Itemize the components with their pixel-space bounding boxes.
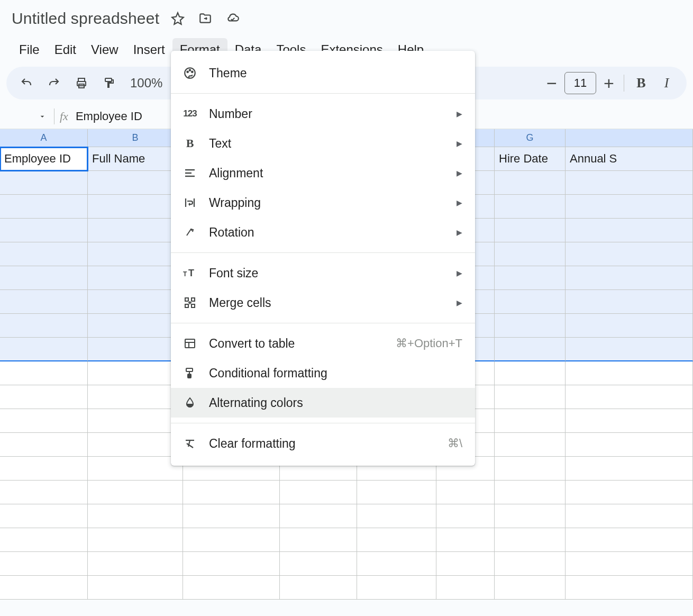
cell[interactable] bbox=[88, 361, 183, 385]
cell[interactable] bbox=[495, 266, 566, 290]
cell[interactable] bbox=[0, 290, 88, 314]
cell[interactable] bbox=[183, 576, 280, 600]
cell[interactable] bbox=[280, 552, 357, 576]
cell[interactable] bbox=[495, 481, 566, 504]
cell[interactable] bbox=[88, 576, 183, 600]
cell[interactable] bbox=[495, 195, 566, 219]
cell[interactable] bbox=[357, 504, 436, 528]
cell[interactable] bbox=[357, 552, 436, 576]
cell[interactable] bbox=[495, 409, 566, 433]
cell[interactable]: Full Name bbox=[88, 147, 183, 171]
formula-input[interactable]: Employee ID bbox=[76, 110, 142, 123]
cell[interactable] bbox=[88, 314, 183, 338]
cell[interactable] bbox=[566, 338, 693, 361]
font-size-increase[interactable]: + bbox=[600, 73, 617, 94]
column-header[interactable]: G bbox=[495, 129, 566, 147]
menu-item-wrapping[interactable]: Wrapping▶ bbox=[171, 188, 475, 218]
menu-item-text[interactable]: BText▶ bbox=[171, 129, 475, 158]
menu-item-merge-cells[interactable]: Merge cells▶ bbox=[171, 288, 475, 318]
cell[interactable] bbox=[280, 528, 357, 552]
menu-item-font-size[interactable]: TTFont size▶ bbox=[171, 258, 475, 288]
cell[interactable] bbox=[566, 433, 693, 457]
cell[interactable] bbox=[0, 385, 88, 409]
cell[interactable] bbox=[0, 528, 88, 552]
cell[interactable] bbox=[183, 552, 280, 576]
menu-item-clear-formatting[interactable]: Clear formatting⌘\ bbox=[171, 429, 475, 458]
cell[interactable] bbox=[280, 576, 357, 600]
cell[interactable] bbox=[436, 504, 495, 528]
menu-item-conditional-formatting[interactable]: Conditional formatting bbox=[171, 358, 475, 388]
cell[interactable] bbox=[436, 552, 495, 576]
cell[interactable] bbox=[88, 290, 183, 314]
name-box[interactable] bbox=[6, 112, 54, 121]
cell[interactable] bbox=[88, 457, 183, 481]
cell[interactable] bbox=[0, 433, 88, 457]
cell[interactable] bbox=[495, 433, 566, 457]
cell[interactable] bbox=[88, 385, 183, 409]
cell[interactable] bbox=[566, 457, 693, 481]
zoom-dropdown[interactable]: 100% bbox=[126, 76, 167, 90]
document-title[interactable]: Untitled spreadsheet bbox=[12, 10, 159, 28]
cell[interactable] bbox=[0, 242, 88, 266]
italic-button[interactable]: I bbox=[656, 73, 677, 94]
cell[interactable] bbox=[0, 219, 88, 242]
cell[interactable] bbox=[566, 504, 693, 528]
cell[interactable] bbox=[88, 219, 183, 242]
cell[interactable] bbox=[495, 361, 566, 385]
cell[interactable] bbox=[495, 504, 566, 528]
cell[interactable] bbox=[566, 552, 693, 576]
font-size-input[interactable]: 11 bbox=[564, 72, 596, 94]
cell[interactable] bbox=[88, 528, 183, 552]
column-header[interactable]: B bbox=[88, 129, 183, 147]
cell[interactable] bbox=[0, 195, 88, 219]
menu-view[interactable]: View bbox=[84, 38, 126, 61]
cell[interactable] bbox=[357, 528, 436, 552]
cell[interactable] bbox=[436, 528, 495, 552]
cell[interactable]: Annual S bbox=[566, 147, 693, 171]
cell[interactable] bbox=[88, 504, 183, 528]
cell[interactable] bbox=[566, 314, 693, 338]
cell[interactable] bbox=[88, 338, 183, 361]
cell[interactable] bbox=[88, 433, 183, 457]
cell[interactable] bbox=[357, 481, 436, 504]
cell[interactable] bbox=[280, 481, 357, 504]
cell[interactable] bbox=[495, 457, 566, 481]
cell[interactable] bbox=[495, 314, 566, 338]
cell[interactable] bbox=[495, 171, 566, 195]
cell[interactable] bbox=[495, 338, 566, 361]
menu-item-alternating-colors[interactable]: Alternating colors bbox=[171, 388, 475, 418]
cell[interactable] bbox=[495, 385, 566, 409]
menu-item-number[interactable]: 123Number▶ bbox=[171, 99, 475, 129]
menu-item-alignment[interactable]: Alignment▶ bbox=[171, 158, 475, 188]
cell[interactable] bbox=[0, 552, 88, 576]
cell[interactable] bbox=[88, 171, 183, 195]
cell[interactable] bbox=[566, 290, 693, 314]
cell[interactable] bbox=[566, 481, 693, 504]
cell[interactable] bbox=[566, 242, 693, 266]
cell[interactable] bbox=[88, 266, 183, 290]
move-folder-icon[interactable] bbox=[198, 12, 212, 25]
cloud-status-icon[interactable] bbox=[226, 12, 240, 25]
cell[interactable]: Hire Date bbox=[495, 147, 566, 171]
cell[interactable] bbox=[0, 409, 88, 433]
cell[interactable] bbox=[0, 361, 88, 385]
cell[interactable] bbox=[88, 481, 183, 504]
menu-file[interactable]: File bbox=[12, 38, 47, 61]
menu-insert[interactable]: Insert bbox=[126, 38, 172, 61]
column-header[interactable]: A bbox=[0, 129, 88, 147]
redo-button[interactable] bbox=[43, 73, 65, 94]
cell[interactable] bbox=[566, 385, 693, 409]
cell[interactable] bbox=[495, 219, 566, 242]
cell[interactable] bbox=[0, 576, 88, 600]
cell[interactable] bbox=[280, 504, 357, 528]
font-size-decrease[interactable]: − bbox=[543, 73, 560, 94]
cell[interactable] bbox=[88, 552, 183, 576]
cell[interactable] bbox=[436, 576, 495, 600]
bold-button[interactable]: B bbox=[631, 73, 652, 94]
cell[interactable] bbox=[88, 242, 183, 266]
cell[interactable] bbox=[357, 576, 436, 600]
cell[interactable] bbox=[183, 481, 280, 504]
paint-format-button[interactable] bbox=[98, 73, 120, 94]
menu-item-rotation[interactable]: Rotation▶ bbox=[171, 218, 475, 247]
cell[interactable] bbox=[0, 266, 88, 290]
